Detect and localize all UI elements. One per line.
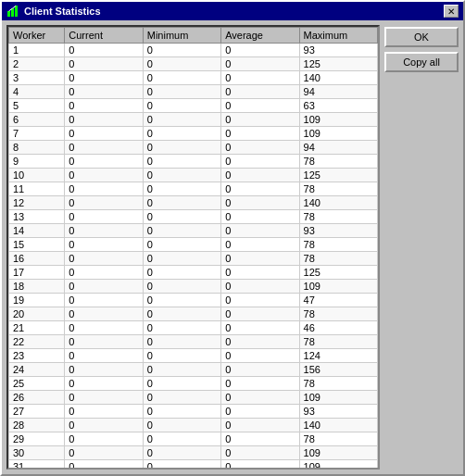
table-cell: 20 bbox=[9, 307, 65, 321]
svg-rect-2 bbox=[15, 6, 18, 17]
table-cell: 0 bbox=[221, 349, 299, 363]
table-cell: 11 bbox=[9, 182, 65, 196]
table-cell: 0 bbox=[143, 391, 220, 405]
table-cell: 0 bbox=[143, 460, 220, 469]
table-row: 7000109 bbox=[9, 127, 378, 141]
table-cell: 0 bbox=[65, 363, 143, 377]
table-cell: 0 bbox=[65, 252, 143, 266]
table-cell: 0 bbox=[65, 321, 143, 335]
table-row: 1500078 bbox=[9, 238, 378, 252]
table-cell: 0 bbox=[143, 127, 220, 141]
col-header-current: Current bbox=[65, 28, 143, 44]
table-cell: 0 bbox=[143, 432, 220, 446]
table-cell: 78 bbox=[299, 182, 377, 196]
table-cell: 18 bbox=[9, 280, 65, 294]
table-cell: 0 bbox=[65, 335, 143, 349]
table-cell: 29 bbox=[9, 432, 65, 446]
table-cell: 0 bbox=[143, 71, 220, 85]
table-row: 900078 bbox=[9, 155, 378, 169]
table-cell: 140 bbox=[299, 71, 377, 85]
table-row: 2100046 bbox=[9, 321, 378, 335]
table-cell: 8 bbox=[9, 141, 65, 155]
table-row: 23000124 bbox=[9, 349, 378, 363]
table-cell: 94 bbox=[299, 141, 377, 155]
table-cell: 78 bbox=[299, 210, 377, 224]
table-cell: 0 bbox=[221, 71, 299, 85]
table-row: 800094 bbox=[9, 141, 378, 155]
table-cell: 0 bbox=[221, 377, 299, 391]
table-cell: 30 bbox=[9, 446, 65, 460]
table-cell: 0 bbox=[221, 307, 299, 321]
table-cell: 0 bbox=[221, 85, 299, 99]
table-cell: 0 bbox=[143, 113, 220, 127]
table-scroll[interactable]: Worker Current Minimum Average Maximum 1… bbox=[8, 27, 378, 468]
table-cell: 28 bbox=[9, 419, 65, 432]
table-cell: 0 bbox=[143, 419, 220, 432]
table-row: 400094 bbox=[9, 85, 378, 99]
table-cell: 0 bbox=[65, 113, 143, 127]
copy-all-button[interactable]: Copy all bbox=[384, 52, 459, 72]
table-cell: 0 bbox=[143, 405, 220, 419]
table-cell: 0 bbox=[65, 196, 143, 210]
table-cell: 0 bbox=[65, 127, 143, 141]
table-cell: 19 bbox=[9, 294, 65, 307]
table-cell: 0 bbox=[65, 210, 143, 224]
table-row: 18000109 bbox=[9, 280, 378, 294]
table-cell: 0 bbox=[221, 224, 299, 238]
table-cell: 9 bbox=[9, 155, 65, 169]
table-cell: 10 bbox=[9, 169, 65, 182]
client-statistics-window: Client Statistics ✕ Worker Current Minim… bbox=[0, 0, 465, 476]
table-cell: 0 bbox=[143, 224, 220, 238]
table-cell: 0 bbox=[65, 405, 143, 419]
table-cell: 3 bbox=[9, 71, 65, 85]
table-cell: 0 bbox=[65, 155, 143, 169]
table-cell: 0 bbox=[143, 349, 220, 363]
table-cell: 125 bbox=[299, 57, 377, 71]
table-cell: 0 bbox=[65, 446, 143, 460]
table-cell: 0 bbox=[65, 419, 143, 432]
table-cell: 0 bbox=[65, 169, 143, 182]
table-cell: 0 bbox=[143, 210, 220, 224]
ok-button[interactable]: OK bbox=[384, 27, 459, 47]
close-button[interactable]: ✕ bbox=[444, 5, 459, 18]
table-row: 1600078 bbox=[9, 252, 378, 266]
table-cell: 0 bbox=[143, 377, 220, 391]
table-cell: 78 bbox=[299, 238, 377, 252]
table-cell: 0 bbox=[221, 363, 299, 377]
table-cell: 0 bbox=[143, 141, 220, 155]
table-row: 2500078 bbox=[9, 377, 378, 391]
table-cell: 78 bbox=[299, 307, 377, 321]
table-cell: 78 bbox=[299, 335, 377, 349]
table-cell: 0 bbox=[65, 85, 143, 99]
table-cell: 0 bbox=[221, 266, 299, 280]
table-container: Worker Current Minimum Average Maximum 1… bbox=[6, 25, 380, 470]
table-cell: 109 bbox=[299, 127, 377, 141]
table-cell: 15 bbox=[9, 238, 65, 252]
table-row: 1900047 bbox=[9, 294, 378, 307]
table-cell: 24 bbox=[9, 363, 65, 377]
table-cell: 0 bbox=[65, 432, 143, 446]
table-cell: 156 bbox=[299, 363, 377, 377]
table-cell: 0 bbox=[221, 182, 299, 196]
table-cell: 0 bbox=[221, 57, 299, 71]
table-cell: 0 bbox=[221, 127, 299, 141]
table-row: 26000109 bbox=[9, 391, 378, 405]
table-row: 31000109 bbox=[9, 460, 378, 469]
table-cell: 0 bbox=[143, 99, 220, 113]
table-cell: 0 bbox=[143, 266, 220, 280]
table-cell: 0 bbox=[221, 113, 299, 127]
table-row: 17000125 bbox=[9, 266, 378, 280]
table-cell: 46 bbox=[299, 321, 377, 335]
table-cell: 0 bbox=[143, 335, 220, 349]
table-cell: 26 bbox=[9, 391, 65, 405]
buttons-panel: OK Copy all bbox=[384, 25, 459, 470]
table-row: 1400093 bbox=[9, 224, 378, 238]
table-cell: 0 bbox=[143, 363, 220, 377]
window-title: Client Statistics bbox=[24, 6, 439, 17]
content-area: Worker Current Minimum Average Maximum 1… bbox=[2, 20, 463, 474]
table-cell: 12 bbox=[9, 196, 65, 210]
table-cell: 14 bbox=[9, 224, 65, 238]
table-cell: 78 bbox=[299, 155, 377, 169]
table-cell: 0 bbox=[221, 405, 299, 419]
table-row: 10000125 bbox=[9, 169, 378, 182]
